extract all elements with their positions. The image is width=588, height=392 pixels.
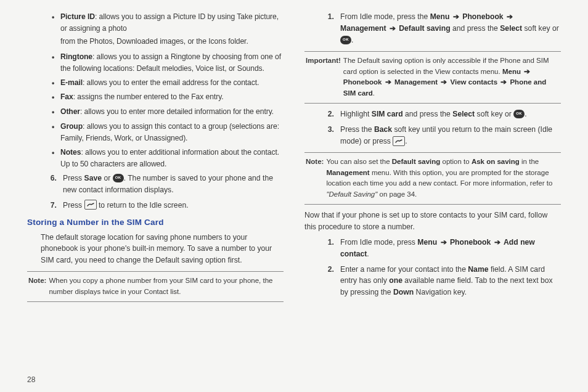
- right-column: 1. From Idle mode, press the Menu ➔ Phon…: [304, 11, 561, 386]
- right-step-2: 2. Highlight SIM card and press the Sele…: [304, 108, 561, 120]
- step-number: 1.: [319, 237, 334, 248]
- feature-bullets: • Picture ID: allows you to assign a Pic…: [27, 11, 284, 170]
- note-label: Note:: [28, 276, 46, 298]
- bullet-other: • Other: allows you to enter more detail…: [52, 106, 284, 118]
- right-b-step-1: 1. From Idle mode, press Menu ➔ Phoneboo…: [304, 237, 561, 260]
- step-6: 6. Press Save or OK. The number is saved…: [27, 173, 284, 196]
- step-number: 7.: [42, 200, 57, 211]
- bullet-picture-id: • Picture ID: allows you to assign a Pic…: [52, 11, 284, 35]
- right-step-3: 3. Press the Back soft key until you ret…: [304, 124, 561, 147]
- step-body: From Idle mode, press the Menu ➔ Phonebo…: [340, 11, 561, 46]
- ok-icon: OK: [513, 110, 525, 118]
- step-number: 1.: [319, 11, 334, 23]
- bullet-fax: • Fax: assigns the number entered to the…: [52, 91, 284, 104]
- paragraph-store-number: Now that if your phone is set up to stor…: [304, 210, 561, 233]
- step-number: 3.: [319, 124, 334, 136]
- end-key-icon: [84, 200, 97, 210]
- right-step-1: 1. From Idle mode, press the Menu ➔ Phon…: [304, 11, 561, 46]
- manual-page: • Picture ID: allows you to assign a Pic…: [0, 0, 588, 392]
- bullet-email: • E-mail: allows you to enter the email …: [52, 77, 284, 89]
- important-text: The Default saving option is only access…: [343, 55, 560, 99]
- note-label: Note:: [306, 157, 324, 200]
- page-number: 28: [27, 374, 35, 386]
- note-default-saving: Note: You can also set the Default savin…: [304, 152, 561, 205]
- step-number: 2.: [319, 264, 334, 276]
- bullet-dot-icon: •: [52, 12, 59, 23]
- right-b-step-2: 2. Enter a name for your contact into th…: [304, 264, 561, 299]
- ok-icon: OK: [113, 174, 124, 182]
- bullet-picture-id-sub: from the Photos, Downloaded images, or t…: [52, 36, 284, 47]
- sim-intro-paragraph: The default storage location for saving …: [27, 232, 284, 267]
- note-text: When you copy a phone number from your S…: [49, 276, 282, 298]
- end-key-icon: [393, 136, 405, 146]
- bullet-ringtone: • Ringtone: allows you to assign a Ringt…: [52, 51, 284, 75]
- bullet-group: • Group: allows you to assign this conta…: [52, 121, 284, 144]
- step-number: 6.: [42, 173, 57, 184]
- important-block: Important! The Default saving option is …: [304, 51, 561, 104]
- note-copy-sim: Note: When you copy a phone number from …: [27, 271, 284, 302]
- ok-icon: OK: [340, 36, 351, 44]
- bullet-notes: • Notes: allows you to enter additional …: [52, 147, 284, 170]
- left-column: • Picture ID: allows you to assign a Pic…: [27, 11, 284, 386]
- section-heading-sim: Storing a Number in the SIM Card: [27, 216, 284, 229]
- important-label: Important!: [306, 55, 341, 99]
- step-7: 7. Press to return to the Idle screen.: [27, 200, 284, 211]
- step-number: 2.: [319, 108, 334, 120]
